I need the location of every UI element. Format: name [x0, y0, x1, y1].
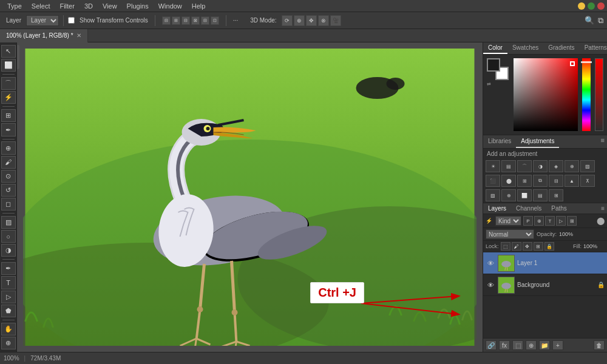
gradient-tool[interactable]: ▨	[1, 216, 16, 229]
vibrance-adj[interactable]: ◈	[549, 160, 563, 172]
tab-patterns[interactable]: Patterns	[580, 42, 607, 54]
document-tab-1[interactable]: 100% (Layer 1, RGB/8) * ✕	[0, 29, 88, 42]
bw-adj[interactable]: ⬛	[486, 175, 500, 187]
menu-help[interactable]: Help	[187, 2, 211, 10]
selective-adj[interactable]: ⊕	[501, 189, 516, 201]
layer-row-background[interactable]: 👁 Background 🔒	[483, 274, 607, 296]
menu-filter[interactable]: Filter	[55, 2, 79, 10]
filter-smart-icon[interactable]: ⊞	[567, 216, 577, 226]
layers-panel-menu[interactable]: ≡	[599, 204, 607, 213]
eraser-tool[interactable]: ◻	[1, 198, 16, 211]
channelmix-adj[interactable]: ⊞	[517, 175, 532, 187]
stamp-tool[interactable]: ⊙	[1, 170, 16, 183]
exposure-adj[interactable]: ◑	[533, 160, 548, 172]
zoom-tool[interactable]: ⊕	[1, 337, 16, 349]
solid-color-adj[interactable]: ⬜	[517, 189, 532, 201]
align-left-icon[interactable]: ⊟	[162, 16, 171, 25]
eyedropper-tool[interactable]: ✒	[1, 123, 16, 136]
tab-layers[interactable]: Layers	[483, 203, 511, 214]
tab-paths[interactable]: Paths	[546, 203, 572, 214]
move-tool[interactable]: ↖	[1, 45, 16, 58]
tab-close-button[interactable]: ✕	[76, 32, 81, 39]
crop-tool[interactable]: ⊞	[1, 109, 16, 122]
layer-row-1[interactable]: 👁 Layer 1	[483, 252, 607, 274]
tab-swatches[interactable]: Swatches	[507, 42, 543, 54]
history-tool[interactable]: ↺	[1, 184, 16, 197]
filter-type-icon[interactable]: T	[545, 216, 555, 226]
color-spectrum[interactable]	[514, 58, 578, 131]
filter-adj-icon[interactable]: ⊕	[534, 216, 544, 226]
foreground-color[interactable]	[487, 58, 500, 72]
layer-select[interactable]: Layer	[26, 15, 59, 26]
opacity-value[interactable]: 100%	[559, 231, 580, 237]
menu-plugins[interactable]: Plugins	[122, 2, 154, 10]
menu-3d[interactable]: 3D	[80, 2, 98, 10]
canvas-area[interactable]: Ctrl +J	[17, 42, 483, 352]
swap-colors[interactable]: ⇄	[487, 81, 491, 87]
3d-icon-1[interactable]: ⟳	[282, 15, 293, 26]
blend-mode-select[interactable]: Normal	[486, 229, 534, 239]
layer-vis-1[interactable]: 👁	[486, 258, 495, 268]
delete-layer-btn[interactable]: 🗑	[594, 340, 605, 350]
tab-gradients[interactable]: Gradients	[543, 42, 579, 54]
tab-libraries[interactable]: Libraries	[483, 135, 516, 148]
colorlookup-adj[interactable]: ⧉	[533, 175, 548, 187]
lock-position-icon[interactable]: ✥	[523, 242, 532, 251]
distribute-v-icon[interactable]: ⊡	[211, 16, 219, 25]
gradient-map-adj[interactable]: ▨	[486, 189, 500, 201]
lock-artboard-icon[interactable]: ⊞	[534, 242, 543, 251]
menu-type[interactable]: Type	[2, 2, 27, 10]
threshold-adj[interactable]: ⊼	[580, 175, 595, 187]
photofilter-adj[interactable]: ⬤	[501, 175, 516, 187]
lock-paint-icon[interactable]: 🖌	[512, 242, 521, 251]
transform-controls-checkbox[interactable]	[68, 17, 75, 24]
layer-vis-bg[interactable]: 👁	[486, 280, 495, 290]
text-tool[interactable]: T	[1, 276, 16, 289]
menu-select[interactable]: Select	[27, 2, 55, 10]
select-tool[interactable]: ⬜	[1, 59, 16, 72]
filter-pixel-icon[interactable]: P	[523, 216, 533, 226]
gradient-fill-adj[interactable]: ▤	[533, 189, 548, 201]
fill-value[interactable]: 100%	[583, 243, 605, 249]
menu-window[interactable]: Window	[154, 2, 187, 10]
posterize-adj[interactable]: ▲	[565, 175, 579, 187]
layer-link-btn[interactable]: 🔗	[486, 340, 497, 350]
adj-panel-menu[interactable]: ≡	[599, 135, 607, 148]
distribute-h-icon[interactable]: ⊟	[201, 16, 209, 25]
new-layer-btn[interactable]: +	[552, 340, 563, 350]
new-group-btn[interactable]: 📁	[539, 340, 550, 350]
kind-select[interactable]: Kind	[495, 216, 521, 226]
panel-collapse-btn[interactable]	[17, 45, 19, 69]
layer-style-btn[interactable]: fx	[499, 340, 510, 350]
brush-tool[interactable]: 🖌	[1, 156, 16, 169]
lock-all-icon[interactable]: 🔒	[544, 242, 554, 251]
tab-channels[interactable]: Channels	[511, 203, 546, 214]
toolbar-align-icons[interactable]: ⊟ ⊞ ⊟ ⊠ ⊟ ⊡	[160, 15, 222, 26]
pen-tool[interactable]: ✒	[1, 262, 16, 275]
3d-icon-2[interactable]: ⊕	[294, 15, 305, 26]
lasso-tool[interactable]: ⌒	[1, 77, 16, 90]
search-icon[interactable]: 🔍	[585, 16, 594, 25]
path-tool[interactable]: ▷	[1, 291, 16, 303]
minimize-button[interactable]	[578, 2, 585, 10]
brightness-adj[interactable]: ☀	[486, 160, 500, 172]
colorbalance-adj[interactable]: ▨	[580, 160, 595, 172]
3d-icon-4[interactable]: ⊗	[318, 15, 329, 26]
pattern-fill-adj[interactable]: ⊞	[549, 189, 563, 201]
dodge-tool[interactable]: ◑	[1, 244, 16, 257]
alpha-slider[interactable]	[595, 58, 603, 131]
distribute-icon[interactable]: ⊠	[191, 16, 200, 25]
hand-tool[interactable]: ✋	[1, 323, 16, 335]
menu-view[interactable]: View	[98, 2, 122, 10]
curves-adj[interactable]: ⌒	[517, 160, 532, 172]
hue-slider[interactable]	[582, 58, 591, 131]
more-options[interactable]: ···	[231, 16, 240, 25]
3d-icon-5[interactable]: 🎥	[330, 15, 341, 26]
align-right-icon[interactable]: ⊟	[181, 16, 190, 25]
3d-icon-3[interactable]: ✥	[306, 15, 317, 26]
tab-adjustments[interactable]: Adjustments	[516, 135, 559, 148]
filter-shape-icon[interactable]: ▷	[556, 216, 566, 226]
filter-toggle[interactable]: ⬤	[597, 217, 605, 225]
align-center-icon[interactable]: ⊞	[172, 16, 180, 25]
close-button[interactable]	[597, 2, 605, 10]
